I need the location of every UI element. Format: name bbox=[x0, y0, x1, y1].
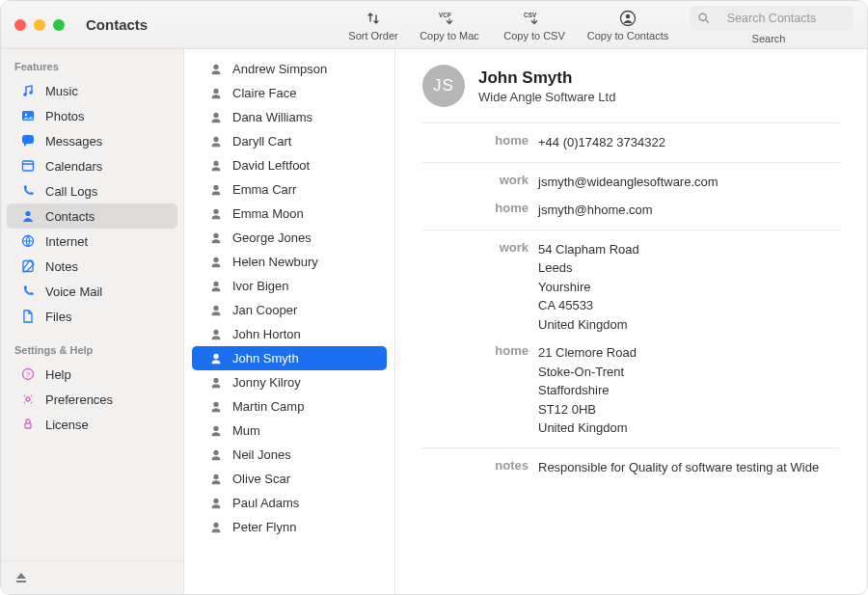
messages-icon bbox=[20, 133, 36, 149]
search-icon bbox=[697, 12, 710, 24]
sidebar-item-voice-mail[interactable]: Voice Mail bbox=[7, 279, 177, 304]
field-value[interactable]: Responsible for Quality of software test… bbox=[538, 458, 840, 477]
contact-row[interactable]: Daryll Cart bbox=[192, 129, 387, 153]
addr-line: ST12 0HB bbox=[538, 400, 840, 419]
contact-row[interactable]: Emma Moon bbox=[192, 202, 387, 226]
voicemail-icon bbox=[20, 284, 36, 299]
sidebar-item-messages[interactable]: Messages bbox=[7, 128, 177, 153]
field-label: home bbox=[422, 201, 538, 220]
sidebar-item-internet[interactable]: Internet bbox=[7, 229, 177, 254]
sidebar-item-label: Preferences bbox=[45, 392, 113, 407]
addr-line: 54 Clapham Road bbox=[538, 240, 840, 259]
sidebar-item-label: License bbox=[45, 418, 89, 432]
field-value[interactable]: 21 Clemore Road Stoke-On-Trent Staffords… bbox=[538, 343, 840, 438]
contact-list[interactable]: Andrew SimpsonClaire FaceDana WilliamsDa… bbox=[184, 49, 395, 594]
field-label: work bbox=[422, 240, 538, 335]
contact-row[interactable]: Emma Carr bbox=[192, 177, 387, 202]
contact-row[interactable]: Helen Newbury bbox=[192, 250, 387, 274]
sidebar-item-label: Files bbox=[45, 310, 71, 324]
license-icon bbox=[20, 417, 36, 432]
contact-row[interactable]: John Horton bbox=[192, 322, 387, 346]
sort-order-label: Sort Order bbox=[348, 30, 397, 41]
csv-icon: CSV bbox=[524, 9, 545, 28]
sidebar-item-label: Internet bbox=[45, 234, 88, 249]
contact-row[interactable]: Mum bbox=[192, 419, 387, 443]
avatar: JS bbox=[422, 65, 465, 107]
copy-to-mac-button[interactable]: VCF Copy to Mac bbox=[412, 9, 487, 41]
sidebar-item-preferences[interactable]: Preferences bbox=[7, 387, 177, 412]
contact-row-label: Neil Jones bbox=[232, 447, 291, 462]
field-value[interactable]: +44 (0)17482 3734322 bbox=[538, 133, 840, 152]
contact-company: Wide Angle Software Ltd bbox=[478, 90, 615, 104]
addr-line: Staffordshire bbox=[538, 381, 840, 400]
minimize-window-button[interactable] bbox=[34, 19, 45, 31]
contact-row-label: Jonny Kilroy bbox=[232, 375, 301, 390]
sidebar-item-label: Help bbox=[45, 367, 71, 382]
contact-row[interactable]: George Jones bbox=[192, 226, 387, 250]
close-window-button[interactable] bbox=[14, 19, 26, 31]
search-field-wrap[interactable] bbox=[690, 6, 854, 31]
field-label: home bbox=[422, 133, 538, 152]
field-value[interactable]: jsmyth@wideanglesoftware.com bbox=[538, 173, 840, 192]
sidebar-item-files[interactable]: Files bbox=[7, 304, 177, 329]
addr-home-row: home 21 Clemore Road Stoke-On-Trent Staf… bbox=[422, 334, 840, 447]
notes-icon bbox=[20, 258, 36, 274]
contact-row[interactable]: Jonny Kilroy bbox=[192, 370, 387, 394]
search-input[interactable] bbox=[697, 12, 846, 25]
eject-icon[interactable] bbox=[14, 571, 28, 584]
sidebar-item-call-logs[interactable]: Call Logs bbox=[7, 178, 177, 203]
contact-row[interactable]: Jan Cooper bbox=[192, 298, 387, 322]
app-window: Contacts Sort Order VCF Copy to Mac CSV … bbox=[0, 0, 868, 595]
addr-work-row: work 54 Clapham Road Leeds Yourshire CA … bbox=[422, 230, 840, 335]
copy-to-csv-button[interactable]: CSV Copy to CSV bbox=[497, 9, 572, 41]
contact-row[interactable]: Dana Williams bbox=[192, 105, 387, 129]
sidebar-item-label: Contacts bbox=[45, 209, 95, 224]
contact-detail: JS John Smyth Wide Angle Software Ltd ho… bbox=[395, 49, 867, 594]
detail-header: JS John Smyth Wide Angle Software Ltd bbox=[422, 65, 840, 122]
sidebar-item-notes[interactable]: Notes bbox=[7, 254, 177, 279]
contact-row[interactable]: Martin Camp bbox=[192, 394, 387, 419]
person-icon bbox=[209, 328, 223, 341]
contact-name: John Smyth bbox=[478, 68, 615, 88]
sidebar-item-label: Voice Mail bbox=[45, 284, 102, 299]
sidebar-item-photos[interactable]: Photos bbox=[7, 103, 177, 128]
contact-row[interactable]: Paul Adams bbox=[192, 491, 387, 515]
contact-row-label: Olive Scar bbox=[232, 472, 290, 486]
field-label: notes bbox=[422, 458, 538, 477]
sidebar-footer bbox=[1, 560, 183, 594]
person-icon bbox=[209, 473, 223, 486]
addr-line: CA 45533 bbox=[538, 296, 840, 315]
contact-row[interactable]: David Leftfoot bbox=[192, 153, 387, 177]
fullscreen-window-button[interactable] bbox=[53, 19, 65, 31]
toolbar: Sort Order VCF Copy to Mac CSV Copy to C… bbox=[344, 6, 854, 44]
contact-row-label: George Jones bbox=[232, 230, 312, 245]
contact-row[interactable]: Olive Scar bbox=[192, 467, 387, 491]
sidebar-item-contacts[interactable]: Contacts bbox=[7, 203, 177, 229]
addr-line: 21 Clemore Road bbox=[538, 343, 840, 363]
contact-row[interactable]: Ivor Bigen bbox=[192, 274, 387, 298]
svg-point-3 bbox=[626, 14, 631, 18]
sidebar-item-music[interactable]: Music bbox=[7, 78, 177, 103]
svg-point-5 bbox=[23, 93, 27, 96]
contact-row[interactable]: Peter Flynn bbox=[192, 515, 387, 539]
sidebar-item-license[interactable]: License bbox=[7, 412, 177, 437]
contact-row[interactable]: Claire Face bbox=[192, 81, 387, 105]
contact-row[interactable]: Neil Jones bbox=[192, 443, 387, 467]
sidebar-item-calendars[interactable]: Calendars bbox=[7, 153, 177, 178]
copy-to-contacts-button[interactable]: Copy to Contacts bbox=[582, 9, 674, 41]
phone-home-row: home +44 (0)17482 3734322 bbox=[422, 123, 840, 162]
sidebar-item-label: Messages bbox=[45, 134, 102, 149]
person-icon bbox=[209, 111, 223, 124]
contact-row[interactable]: Andrew Simpson bbox=[192, 57, 387, 81]
sidebar-item-label: Photos bbox=[45, 109, 84, 123]
field-value[interactable]: jsmyth@hhome.com bbox=[538, 201, 840, 220]
sort-order-button[interactable]: Sort Order bbox=[344, 9, 402, 41]
field-value[interactable]: 54 Clapham Road Leeds Yourshire CA 45533… bbox=[538, 240, 840, 335]
sidebar-item-help[interactable]: ? Help bbox=[7, 362, 177, 387]
person-icon bbox=[209, 280, 223, 293]
contact-row-label: Helen Newbury bbox=[232, 255, 318, 269]
addr-line: United Kingdom bbox=[538, 419, 840, 438]
contact-row-label: Mum bbox=[232, 423, 260, 438]
contact-row[interactable]: John Smyth bbox=[192, 346, 387, 370]
svg-text:?: ? bbox=[26, 370, 31, 379]
